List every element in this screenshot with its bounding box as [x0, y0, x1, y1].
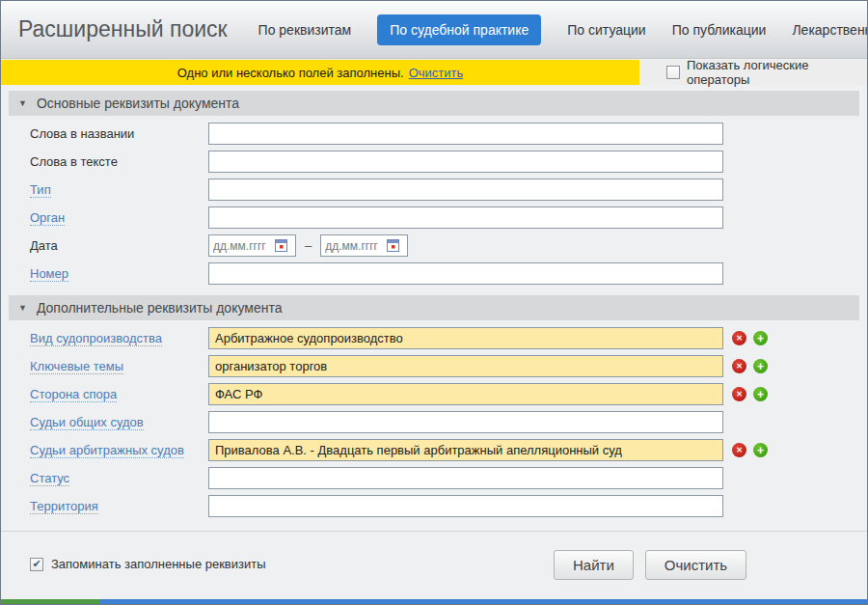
remove-value-icon[interactable]: ✕: [732, 359, 746, 373]
calendar-icon[interactable]: [275, 239, 287, 252]
date-from-box: [208, 234, 296, 257]
key-topics-input[interactable]: [208, 355, 723, 377]
field-words-in-title: Слова в названии: [1, 120, 867, 148]
words-in-title-input[interactable]: [208, 123, 723, 145]
add-value-icon[interactable]: +: [753, 331, 768, 345]
tab-publication[interactable]: По публикации: [672, 22, 767, 38]
general-court-judges-input[interactable]: [208, 411, 723, 433]
show-operators-checkbox[interactable]: [666, 66, 680, 79]
bottom-progress-bar: [1, 599, 867, 604]
field-organ: Орган: [1, 204, 867, 232]
remember-label: Запоминать заполненные реквизиты: [51, 557, 266, 571]
territory-label-link[interactable]: Территория: [30, 499, 98, 514]
proceedings-type-label-link[interactable]: Вид судопроизводства: [30, 331, 162, 346]
progress-segment: [1, 599, 100, 604]
organ-label-link[interactable]: Орган: [30, 210, 65, 226]
section-title: Основные реквизиты документа: [37, 96, 239, 111]
add-value-icon[interactable]: +: [753, 359, 768, 373]
arbitration-judges-label-link[interactable]: Судьи арбитражных судов: [30, 443, 184, 458]
basic-rows: Слова в названии Слова в тексте Тип Орга…: [1, 120, 867, 288]
field-dispute-party: Сторона спора ✕ +: [1, 380, 867, 408]
field-key-topics: Ключевые темы ✕ +: [1, 352, 867, 380]
dialog-footer: ✔ Запоминать заполненные реквизиты Найти…: [1, 531, 867, 599]
fields-filled-notice: Одно или несколько полей заполнены. Очис…: [1, 60, 639, 85]
remove-value-icon[interactable]: ✕: [732, 387, 746, 401]
status-label-link[interactable]: Статус: [30, 471, 69, 486]
notice-message: Одно или несколько полей заполнены.: [177, 66, 404, 80]
proceedings-type-input[interactable]: [208, 327, 723, 349]
remove-value-icon[interactable]: ✕: [732, 443, 746, 457]
notice-strip: Одно или несколько полей заполнены. Очис…: [1, 60, 867, 85]
remember-checkbox[interactable]: ✔: [30, 558, 43, 571]
operators-toggle-area: Показать логические операторы: [639, 60, 867, 85]
number-label-link[interactable]: Номер: [30, 266, 68, 282]
find-button[interactable]: Найти: [554, 550, 634, 580]
tab-medicines[interactable]: Лекарственные средства: [792, 22, 868, 38]
section-title: Дополнительные реквизиты документа: [37, 300, 283, 316]
add-value-icon[interactable]: +: [753, 443, 768, 457]
collapse-triangle-icon[interactable]: ▼: [18, 303, 27, 313]
field-number: Номер: [1, 260, 867, 288]
calendar-icon[interactable]: [387, 239, 399, 252]
footer-buttons: Найти Очистить: [554, 550, 746, 580]
tab-requisites[interactable]: По реквизитам: [258, 22, 352, 38]
form-content: ▼ Основные реквизиты документа Слова в н…: [1, 85, 867, 520]
date-to-input[interactable]: [325, 239, 387, 253]
field-words-in-text: Слова в тексте: [1, 148, 867, 176]
field-territory: Территория: [1, 492, 867, 520]
tab-court-practice[interactable]: По судебной практике: [377, 14, 541, 45]
status-input[interactable]: [208, 467, 723, 489]
tab-bar: По реквизитам По судебной практике По си…: [258, 14, 868, 45]
field-date: Дата –: [1, 232, 867, 260]
page-title: Расширенный поиск: [18, 16, 228, 42]
check-icon: ✔: [32, 559, 41, 569]
field-proceedings-type: Вид судопроизводства ✕ +: [1, 324, 867, 352]
add-value-icon[interactable]: +: [753, 387, 768, 401]
remove-value-icon[interactable]: ✕: [732, 331, 746, 345]
field-label: Дата: [30, 238, 208, 253]
section-basic-requisites[interactable]: ▼ Основные реквизиты документа: [9, 91, 859, 116]
territory-input[interactable]: [208, 495, 723, 517]
dispute-party-label-link[interactable]: Сторона спора: [30, 387, 117, 402]
date-from-input[interactable]: [213, 239, 275, 253]
field-label: Слова в тексте: [30, 154, 208, 169]
general-court-judges-label-link[interactable]: Судьи общих судов: [30, 415, 144, 430]
dispute-party-input[interactable]: [208, 383, 723, 405]
section-additional-requisites[interactable]: ▼ Дополнительные реквизиты документа: [9, 295, 859, 320]
tab-situation[interactable]: По ситуации: [567, 22, 645, 38]
date-to-box: [320, 234, 408, 257]
date-range-separator: –: [305, 238, 312, 253]
remember-requisites-row: ✔ Запоминать заполненные реквизиты: [30, 557, 266, 571]
clear-button[interactable]: Очистить: [645, 550, 746, 580]
show-operators-label: Показать логические операторы: [687, 58, 867, 87]
words-in-text-input[interactable]: [208, 151, 723, 173]
collapse-triangle-icon[interactable]: ▼: [18, 98, 27, 108]
field-type: Тип: [1, 176, 867, 204]
field-arbitration-judges: Судьи арбитражных судов ✕ +: [1, 436, 867, 464]
type-input[interactable]: [208, 179, 723, 201]
number-input[interactable]: [208, 262, 723, 285]
advanced-search-dialog: Расширенный поиск По реквизитам По судеб…: [0, 0, 868, 605]
field-status: Статус: [1, 464, 867, 492]
additional-rows: Вид судопроизводства ✕ + Ключевые темы ✕…: [1, 324, 867, 520]
arbitration-judges-input[interactable]: [208, 439, 723, 461]
dialog-header: Расширенный поиск По реквизитам По судеб…: [1, 1, 867, 59]
clear-fields-link[interactable]: Очистить: [409, 66, 464, 80]
field-general-court-judges: Судьи общих судов: [1, 408, 867, 436]
organ-input[interactable]: [208, 206, 723, 229]
key-topics-label-link[interactable]: Ключевые темы: [30, 359, 123, 374]
field-label: Слова в названии: [30, 126, 208, 141]
type-label-link[interactable]: Тип: [30, 182, 51, 198]
